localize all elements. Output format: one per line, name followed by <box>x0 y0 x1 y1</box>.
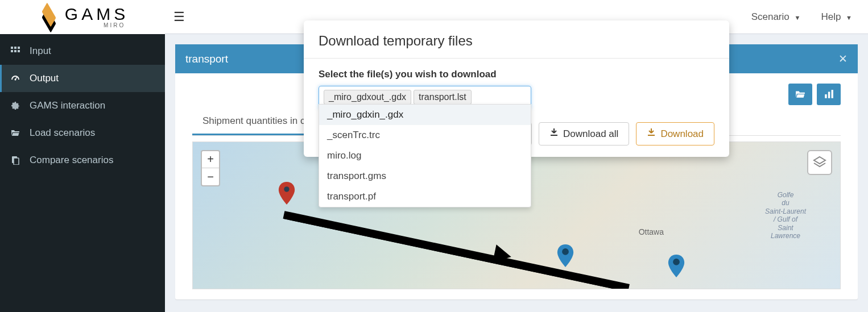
sidebar-item-label: GAMS interaction <box>30 100 105 111</box>
svg-rect-7 <box>15 77 17 79</box>
gear-icon <box>10 101 20 110</box>
scenario-menu[interactable]: Scenario ▼ <box>741 0 811 34</box>
sidebar-item-input[interactable]: Input <box>0 38 165 65</box>
caret-down-icon: ▼ <box>846 14 852 21</box>
help-label: Help <box>821 11 841 22</box>
sidebar-item-label: Compare scenarios <box>30 155 113 166</box>
map-city-label: Ottawa <box>639 227 664 236</box>
svg-rect-0 <box>11 47 13 49</box>
svg-point-16 <box>673 259 680 265</box>
svg-point-15 <box>562 248 569 255</box>
caret-down-icon: ▼ <box>795 14 801 21</box>
file-dropdown: _miro_gdxin_.gdx _scenTrc.trc miro.log t… <box>319 104 531 207</box>
copy-icon <box>10 156 20 165</box>
download-modal: Download temporary files Select the file… <box>304 20 729 157</box>
sidebar: GAMS MIRO Input Output GAMS interaction <box>0 0 165 312</box>
modal-label: Select the file(s) you wish to download <box>319 69 714 80</box>
download-icon <box>549 128 559 140</box>
logo-subtitle: MIRO <box>65 23 129 28</box>
layers-button[interactable] <box>807 150 832 175</box>
logo-title: GAMS <box>65 6 129 23</box>
svg-rect-4 <box>14 50 16 52</box>
svg-rect-3 <box>11 50 13 52</box>
card-close-icon[interactable]: ✕ <box>838 52 848 65</box>
download-all-button[interactable]: Download all <box>539 122 629 145</box>
map-pin-destination[interactable] <box>668 255 685 277</box>
zoom-out-button[interactable]: − <box>202 168 219 185</box>
open-folder-button[interactable] <box>788 84 812 105</box>
card-title: transport <box>185 53 228 65</box>
map-gulf-label: Golfe du Saint-Laurent / Gulf of Saint L… <box>765 191 806 240</box>
grid-icon <box>10 47 20 56</box>
sidebar-item-label: Output <box>30 73 59 84</box>
svg-point-14 <box>284 186 289 192</box>
svg-rect-12 <box>832 90 833 98</box>
sidebar-item-label: Load scenarios <box>30 127 95 139</box>
zoom-in-button[interactable]: + <box>202 151 219 168</box>
dropdown-option[interactable]: transport.pf <box>319 186 531 207</box>
download-button[interactable]: Download <box>636 122 714 145</box>
svg-rect-9 <box>14 158 19 165</box>
dropdown-option[interactable]: miro.log <box>319 145 531 166</box>
svg-rect-17 <box>551 135 557 136</box>
selected-chip[interactable]: _miro_gdxout_.gdx <box>324 90 411 105</box>
dropdown-option[interactable]: transport.gms <box>319 166 531 186</box>
svg-rect-5 <box>18 50 20 52</box>
bar-chart-icon <box>824 89 834 99</box>
svg-rect-10 <box>825 94 826 98</box>
download-icon <box>647 128 656 140</box>
layers-icon <box>813 156 826 169</box>
logo-text: GAMS MIRO <box>65 6 129 28</box>
zoom-control: + − <box>201 150 220 186</box>
selected-chip[interactable]: transport.lst <box>414 90 472 105</box>
main-area: ☰ Scenario ▼ Help ▼ transport ✕ <box>165 0 868 312</box>
svg-marker-13 <box>814 157 825 164</box>
map-pin-origin[interactable] <box>278 182 295 205</box>
logo-mark-icon <box>36 6 61 28</box>
help-menu[interactable]: Help ▼ <box>811 0 862 34</box>
map-pin-destination[interactable] <box>557 244 574 267</box>
svg-rect-11 <box>828 92 830 98</box>
sidebar-nav: Input Output GAMS interaction Load scena… <box>0 34 165 174</box>
folder-open-icon <box>10 128 20 138</box>
chart-button[interactable] <box>817 84 841 105</box>
sidebar-item-load-scenarios[interactable]: Load scenarios <box>0 119 165 147</box>
svg-rect-2 <box>18 47 20 49</box>
scenario-label: Scenario <box>751 11 790 22</box>
dropdown-option[interactable]: _miro_gdxin_.gdx <box>319 105 531 125</box>
sidebar-item-compare-scenarios[interactable]: Compare scenarios <box>0 147 165 174</box>
sidebar-toggle-icon[interactable]: ☰ <box>165 10 193 24</box>
sidebar-item-label: Input <box>30 45 51 57</box>
sidebar-item-output[interactable]: Output <box>0 65 165 92</box>
sidebar-item-gams-interaction[interactable]: GAMS interaction <box>0 92 165 119</box>
svg-rect-1 <box>14 47 16 49</box>
gauge-icon <box>10 74 20 83</box>
logo[interactable]: GAMS MIRO <box>0 0 165 34</box>
modal-title: Download temporary files <box>304 20 729 59</box>
svg-rect-18 <box>648 135 655 136</box>
folder-open-icon <box>795 89 805 99</box>
dropdown-option[interactable]: _scenTrc.trc <box>319 125 531 145</box>
